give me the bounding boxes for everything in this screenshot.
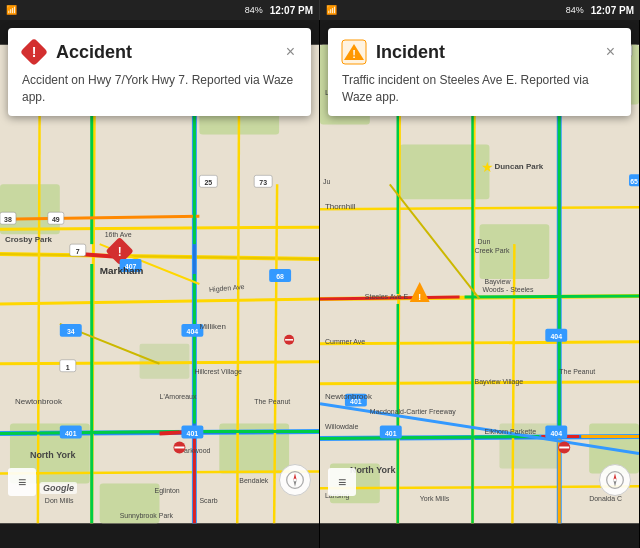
svg-text:Cummer Ave: Cummer Ave [325,338,365,345]
svg-text:65: 65 [630,178,638,185]
svg-text:68: 68 [276,273,284,280]
right-map-menu[interactable]: ≡ [328,468,356,496]
right-popup-title: Incident [376,42,602,63]
svg-text:25: 25 [204,179,212,186]
svg-text:Eglinton: Eglinton [155,487,180,495]
svg-text:!: ! [418,291,421,302]
svg-text:L'Amoreaux: L'Amoreaux [160,393,197,400]
svg-text:York Mills: York Mills [420,495,450,502]
svg-text:Dun: Dun [478,238,491,245]
wifi-icon-right: 📶 [326,5,337,15]
left-menu-icon: ≡ [18,474,26,490]
svg-text:Duncan Park: Duncan Park [494,162,543,171]
svg-text:Scarb: Scarb [199,497,217,504]
right-time: 12:07 PM [591,5,634,16]
svg-text:Don Mills: Don Mills [45,497,74,504]
svg-text:7: 7 [76,248,80,255]
svg-text:16th Ave: 16th Ave [105,231,132,238]
svg-text:★: ★ [481,159,494,175]
svg-text:404: 404 [550,430,562,437]
svg-text:Newtonbrook: Newtonbrook [15,397,62,406]
svg-text:404: 404 [550,333,562,340]
svg-text:404: 404 [187,328,199,335]
left-map-menu[interactable]: ≡ [8,468,36,496]
svg-text:Bayview: Bayview [484,278,511,286]
right-popup-header: ! Incident × [340,38,619,66]
right-popup-card: ! Incident × Traffic incident on Steeles… [328,28,631,116]
svg-text:Thornhill: Thornhill [325,202,356,211]
svg-text:Ju: Ju [323,178,330,185]
left-time: 12:07 PM [270,5,313,16]
svg-text:!: ! [118,245,122,259]
svg-marker-83 [293,473,296,480]
svg-marker-158 [613,473,616,480]
svg-text:Elkhorn Parkette: Elkhorn Parkette [484,428,536,435]
svg-rect-86 [400,144,490,199]
right-status-icons: 📶 [326,5,337,15]
svg-text:Creek Park: Creek Park [475,247,510,254]
svg-text:North York: North York [30,450,76,460]
svg-text:49: 49 [52,216,60,223]
svg-text:401: 401 [65,430,77,437]
status-bar-left: 📶 84% 12:07 PM [0,0,320,20]
svg-text:Macdonald-Cartier Freeway: Macdonald-Cartier Freeway [370,408,456,416]
svg-text:Donalda C: Donalda C [589,495,622,502]
svg-line-9 [0,227,319,229]
right-phone-screen: ! ★ 404 404 401 65 65 401 Langstaff Dunc… [320,20,640,548]
screens-container: ! 7 404 407 401 401 68 38 49 25 73 [0,20,640,548]
right-popup-body: Traffic incident on Steeles Ave E. Repor… [340,72,619,106]
left-google-logo: Google [40,482,77,494]
right-battery-text: 84% [566,5,584,15]
svg-text:401: 401 [385,430,397,437]
svg-text:1: 1 [66,364,70,371]
left-battery-text: 84% [245,5,263,15]
left-popup-header: ! Accident × [20,38,299,66]
svg-text:The Peanut: The Peanut [559,368,595,375]
svg-line-106 [465,296,639,297]
left-status-icons: 📶 [6,5,17,15]
svg-text:The Peanut: The Peanut [254,398,290,405]
svg-line-107 [320,437,539,439]
svg-marker-84 [293,480,296,487]
svg-marker-159 [613,480,616,487]
svg-rect-1 [0,184,60,234]
wifi-icon: 📶 [6,5,17,15]
right-compass-button[interactable] [599,464,631,496]
right-battery: 84% 12:07 PM [566,5,634,16]
incident-icon: ! [340,38,368,66]
svg-text:North York: North York [350,465,396,475]
left-popup-body: Accident on Hwy 7/York Hwy 7. Reported v… [20,72,299,106]
right-menu-icon: ≡ [338,474,346,490]
svg-text:73: 73 [259,179,267,186]
svg-text:Woods - Steeles: Woods - Steeles [482,286,534,293]
svg-text:Hillcrest Village: Hillcrest Village [194,368,242,376]
svg-text:Milliken: Milliken [199,322,226,331]
svg-text:Sunnybrook Park: Sunnybrook Park [120,512,174,520]
right-popup-close[interactable]: × [602,41,619,63]
svg-text:401: 401 [187,430,199,437]
svg-text:Steeles Ave E: Steeles Ave E [365,293,409,300]
status-bar: 📶 84% 12:07 PM 📶 84% 12:07 PM [0,0,640,20]
svg-text:Markham: Markham [100,265,144,276]
svg-text:38: 38 [4,216,12,223]
left-popup-title: Accident [56,42,282,63]
svg-text:!: ! [32,44,37,60]
left-compass-button[interactable] [279,464,311,496]
left-popup-close[interactable]: × [282,41,299,63]
svg-text:34: 34 [67,328,75,335]
svg-text:!: ! [352,48,356,60]
left-popup-card: ! Accident × Accident on Hwy 7/York Hwy … [8,28,311,116]
svg-text:Willowdale: Willowdale [325,423,358,430]
accident-icon: ! [20,38,48,66]
svg-text:Bayview Village: Bayview Village [475,378,524,386]
left-phone-screen: ! 7 404 407 401 401 68 38 49 25 73 [0,20,320,548]
svg-line-94 [320,342,639,344]
svg-text:Crosby Park: Crosby Park [5,235,53,244]
status-bar-right: 📶 84% 12:07 PM [320,0,640,20]
svg-text:Newtonbrook: Newtonbrook [325,392,372,401]
svg-line-21 [0,432,179,434]
svg-text:Bendalek: Bendalek [239,477,269,484]
left-battery: 84% 12:07 PM [245,5,313,16]
